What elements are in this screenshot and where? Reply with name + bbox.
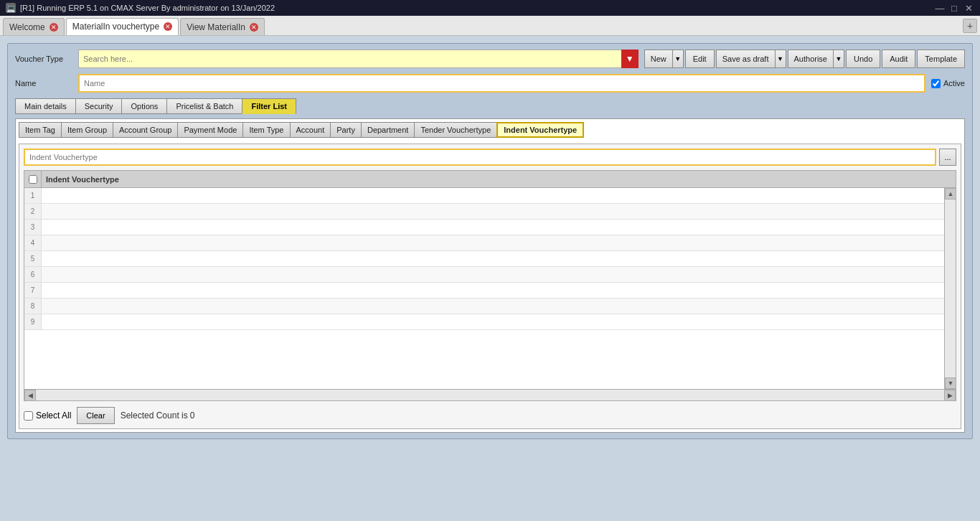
subtab-item-type[interactable]: Item Type — [242, 122, 290, 138]
subtab-indent-vouchertype[interactable]: Indent Vouchertype — [496, 122, 584, 138]
table-row: 7 — [24, 283, 944, 299]
tab-view-materialin[interactable]: View MaterialIn ✕ — [180, 18, 265, 35]
minimize-button[interactable]: — — [934, 2, 946, 14]
indent-grid: Indent Vouchertype 1 2 — [24, 170, 956, 401]
scroll-left-button[interactable]: ◀ — [24, 390, 36, 401]
tab-view-label: View MaterialIn — [187, 22, 245, 32]
template-button[interactable]: Template — [917, 50, 965, 68]
table-row: 9 — [24, 314, 944, 330]
table-row: 1 — [24, 188, 944, 204]
table-row: 2 — [24, 204, 944, 220]
subtab-item-group[interactable]: Item Group — [61, 122, 113, 138]
table-row: 8 — [24, 299, 944, 314]
subtab-payment-mode[interactable]: Payment Mode — [177, 122, 243, 138]
subtab-department[interactable]: Department — [361, 122, 415, 138]
form-panel: Voucher Type ▼ New ▼ Edit Save as draft … — [7, 43, 973, 439]
active-label: Active — [943, 79, 965, 88]
save-as-draft-button[interactable]: Save as draft — [716, 50, 775, 68]
scroll-up-button[interactable]: ▲ — [945, 188, 956, 200]
select-all-checkbox[interactable] — [24, 411, 33, 421]
bottom-bar: Select All Clear Selected Count is 0 — [24, 407, 956, 424]
audit-button[interactable]: Audit — [882, 50, 915, 68]
clear-button[interactable]: Clear — [77, 407, 114, 424]
title-bar: 💻 [R1] Running ERP 5.1 on CMAX Server By… — [0, 0, 980, 16]
tab-options[interactable]: Options — [121, 98, 166, 114]
grid-header-checkbox — [24, 171, 42, 187]
authorise-button[interactable]: Authorise — [788, 50, 833, 68]
grid-body[interactable]: 1 2 3 4 — [24, 188, 944, 389]
new-button[interactable]: New — [644, 50, 672, 68]
form-tabs: Main details Security Options Pricelist … — [15, 98, 965, 114]
maximize-button[interactable]: □ — [948, 2, 960, 14]
main-content: Voucher Type ▼ New ▼ Edit Save as draft … — [0, 36, 980, 521]
hscroll-track — [36, 390, 944, 400]
authorise-split: Authorise ▼ — [788, 50, 844, 68]
search-wrap: ▼ — [78, 50, 639, 68]
scroll-down-button[interactable]: ▼ — [945, 377, 956, 389]
name-row: Name Active — [15, 74, 965, 93]
subtab-item-tag[interactable]: Item Tag — [19, 122, 62, 138]
indent-section: ... Indent Vouchertype 1 — [19, 144, 961, 429]
voucher-type-row: Voucher Type ▼ New ▼ Edit Save as draft … — [15, 50, 965, 68]
active-checkbox-wrap: Active — [931, 79, 965, 88]
tab-welcome-close[interactable]: ✕ — [50, 23, 58, 32]
vertical-scrollbar[interactable]: ▲ ▼ — [944, 188, 956, 389]
edit-button[interactable]: Edit — [685, 50, 715, 68]
toolbar: New ▼ Edit Save as draft ▼ Authorise ▼ U… — [644, 50, 965, 68]
search-dropdown-button[interactable]: ▼ — [621, 50, 639, 68]
tab-welcome-label: Welcome — [9, 22, 45, 32]
title-bar-title: [R1] Running ERP 5.1 on CMAX Server By a… — [20, 4, 275, 12]
indent-input-row: ... — [24, 149, 956, 166]
voucher-type-label: Voucher Type — [15, 55, 72, 63]
table-row: 4 — [24, 235, 944, 251]
new-dropdown-button[interactable]: ▼ — [672, 50, 684, 68]
tab-materialin-close[interactable]: ✕ — [164, 22, 172, 31]
tab-materialin-vouchertype[interactable]: MaterialIn vouchertype ✕ — [66, 18, 179, 35]
select-all-wrap: Select All — [24, 410, 71, 421]
subtab-tender-vouchertype[interactable]: Tender Vouchertype — [414, 122, 497, 138]
select-all-label: Select All — [36, 410, 71, 421]
grid-header: Indent Vouchertype — [24, 171, 956, 188]
authorise-dropdown[interactable]: ▼ — [833, 50, 844, 68]
subtab-account-group[interactable]: Account Group — [113, 122, 178, 138]
tab-security[interactable]: Security — [75, 98, 122, 114]
table-row: 5 — [24, 251, 944, 267]
tab-filter-list[interactable]: Filter List — [242, 98, 296, 114]
table-row: 3 — [24, 220, 944, 235]
save-as-draft-dropdown[interactable]: ▼ — [775, 50, 786, 68]
app-icon: 💻 — [6, 3, 16, 13]
tab-view-close[interactable]: ✕ — [250, 23, 258, 32]
selected-count-label: Selected Count is 0 — [121, 410, 195, 421]
undo-button[interactable]: Undo — [846, 50, 880, 68]
tab-main-details[interactable]: Main details — [15, 98, 75, 114]
tab-bar: Welcome ✕ MaterialIn vouchertype ✕ View … — [0, 16, 980, 36]
tab-pricelist-batch[interactable]: Pricelist & Batch — [166, 98, 242, 114]
tab-welcome[interactable]: Welcome ✕ — [3, 18, 65, 35]
add-tab-button[interactable]: + — [963, 19, 977, 33]
indent-vouchertype-input[interactable] — [24, 149, 936, 166]
grid-header-checkbox-input[interactable] — [29, 175, 37, 184]
name-input[interactable] — [78, 74, 925, 93]
tab-materialin-label: MaterialIn vouchertype — [72, 22, 159, 32]
subtab-account[interactable]: Account — [290, 122, 331, 138]
scroll-right-button[interactable]: ▶ — [944, 390, 956, 401]
close-button[interactable]: ✕ — [963, 2, 974, 14]
name-label: Name — [15, 79, 72, 88]
filter-content: Item Tag Item Group Account Group Paymen… — [15, 118, 965, 433]
search-input[interactable] — [78, 50, 639, 68]
filter-subtabs: Item Tag Item Group Account Group Paymen… — [19, 122, 961, 141]
horizontal-scrollbar[interactable]: ◀ ▶ — [24, 389, 956, 400]
subtab-party[interactable]: Party — [330, 122, 362, 138]
save-as-draft-split: Save as draft ▼ — [716, 50, 786, 68]
new-button-split: New ▼ — [644, 50, 684, 68]
active-checkbox[interactable] — [931, 79, 941, 88]
browse-button[interactable]: ... — [939, 149, 956, 166]
grid-header-col-indent: Indent Vouchertype — [42, 175, 944, 184]
table-row: 6 — [24, 267, 944, 283]
scroll-track — [945, 200, 956, 377]
